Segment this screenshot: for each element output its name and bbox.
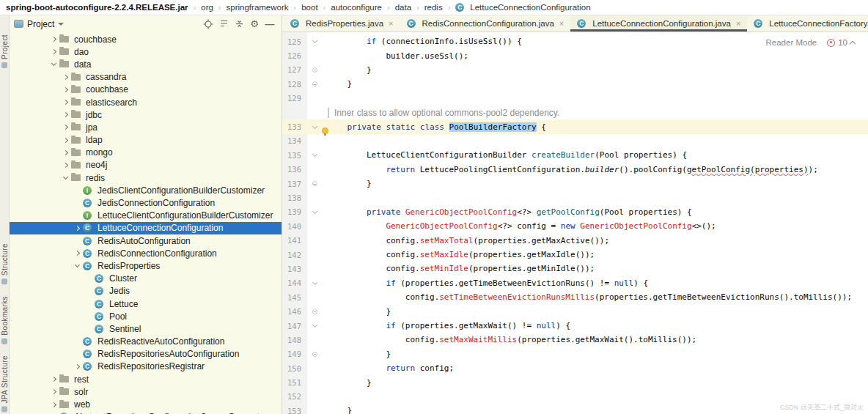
breadcrumb-item[interactable]: redis [424,3,443,12]
inspections-widget[interactable]: 10 [827,38,855,47]
code-line-150[interactable]: 150return config; [282,361,868,375]
chevron-right-icon[interactable] [48,37,59,41]
tree-item-dao[interactable]: dao [10,45,282,58]
chevron-right-icon[interactable] [59,163,71,167]
tree-item-Jedis[interactable]: CJedis [10,285,282,297]
tab-LettuceConnectionConfiguration.java[interactable]: CLettuceConnectionConfiguration.java× [570,15,747,32]
tree-item-RedisRepositoriesRegistrar[interactable]: CRedisRepositoriesRegistrar [10,361,282,373]
code-line-143[interactable]: 143config.setMinIdle(properties.getMinId… [282,262,868,276]
toolwindow-button-bookmarks[interactable]: Bookmarks [1,296,9,344]
tree-item-ldap[interactable]: ldap [10,134,282,147]
tree-item-jdbc[interactable]: jdbc [10,108,282,121]
code-line-126[interactable]: 126builder.useSsl(); [282,48,868,62]
chevron-up-icon[interactable] [850,40,856,46]
close-icon[interactable]: × [559,19,564,28]
code-line-136[interactable]: 136return LettucePoolingClientConfigurat… [282,163,868,177]
tree-item-RedisConnectionConfiguration[interactable]: CRedisConnectionConfiguration [10,247,282,259]
code-line-151[interactable]: 151} [282,375,868,389]
chevron-down-icon[interactable] [71,265,83,267]
code-line-134[interactable]: 134 [282,134,868,148]
code-line-141[interactable]: 141config.setMaxTotal(properties.getMaxA… [282,233,868,247]
code-line-135[interactable]: 135LettuceClientConfigurationBuilder cre… [282,148,868,162]
chevron-right-icon[interactable] [48,377,59,381]
locate-icon[interactable] [202,18,214,30]
chevron-right-icon[interactable] [48,403,59,407]
fold-marker-icon[interactable] [312,322,317,328]
tree-item-Sentinel[interactable]: CSentinel [10,322,282,335]
fold-marker-icon[interactable] [312,152,317,157]
chevron-right-icon[interactable] [59,75,71,79]
tree-item-LettuceConnectionConfiguration[interactable]: CLettuceConnectionConfiguration [10,222,282,234]
toolwindow-button-structure[interactable]: Structure [1,243,9,284]
chevron-down-icon[interactable] [59,177,71,179]
fold-marker-icon[interactable] [312,38,317,43]
tree-item-RedisAutoConfiguration[interactable]: CRedisAutoConfiguration [10,234,282,247]
code-line-128[interactable]: 128} [282,77,868,91]
hide-panel-icon[interactable]: — [264,18,276,30]
code-line-145[interactable]: 145config.setTimeBetweenEvictionRunsMill… [282,290,868,304]
code-line-148[interactable]: 148config.setMaxWaitMillis(properties.ge… [282,333,868,347]
tree-item-data[interactable]: data [10,58,282,70]
project-panel-title[interactable]: Project [27,19,54,29]
tree-item-Cluster[interactable]: CCluster [10,273,282,285]
tab-RedisConnectionConfiguration.java[interactable]: CRedisConnectionConfiguration.java× [400,15,571,32]
breadcrumb-item[interactable]: CLettuceConnectionConfiguration [455,3,590,12]
code-line-144[interactable]: 144if (properties.getTimeBetweenEviction… [282,276,868,290]
code-line-139[interactable]: 139private GenericObjectPoolConfig<?> ge… [282,205,868,219]
chevron-right-icon[interactable] [48,50,59,53]
close-icon[interactable]: × [389,19,393,28]
chevron-down-icon[interactable] [58,23,64,26]
fold-marker-icon[interactable] [312,280,317,285]
tree-item-mongo[interactable]: mongo [10,147,282,159]
code-line-149[interactable]: 149} [282,347,868,361]
breadcrumb-item[interactable]: data [395,3,411,12]
collapse-all-icon[interactable] [233,18,245,30]
chevron-right-icon[interactable] [59,100,71,104]
toolwindow-button-project[interactable]: Project [1,34,9,68]
chevron-right-icon[interactable] [71,226,83,230]
tree-item-JedisClientConfigurationBuilderCustomizer[interactable]: IJedisClientConfigurationBuilderCustomiz… [10,184,282,196]
chevron-right-icon[interactable] [71,365,83,369]
code-line-138[interactable]: 138 [282,191,868,204]
fold-marker-icon[interactable] [312,81,317,86]
settings-gear-icon[interactable]: ⚙ [249,18,260,30]
tree-item-cassandra[interactable]: cassandra [10,71,282,84]
breadcrumb-item[interactable]: spring-boot-autoconfigure-2.2.4.RELEASE.… [6,3,188,12]
chevron-right-icon[interactable] [71,251,83,255]
tree-item-redis[interactable]: redis [10,171,282,184]
expand-all-icon[interactable] [218,18,229,30]
code-editor[interactable]: 125if (connectionInfo.isUseSsl()) {126bu… [282,32,868,414]
chevron-right-icon[interactable] [59,138,71,142]
chevron-down-icon[interactable] [48,63,59,65]
breadcrumb-item[interactable]: springframework [227,3,289,12]
tree-item-web[interactable]: web [10,398,282,410]
tree-item-elasticsearch[interactable]: elasticsearch [10,96,282,108]
tab-RedisProperties.java[interactable]: CRedisProperties.java× [284,15,400,32]
chevron-right-icon[interactable] [59,151,71,155]
close-icon[interactable]: × [736,19,740,28]
tree-item-RedisRepositoriesAutoConfiguration[interactable]: CRedisRepositoriesAutoConfiguration [10,348,282,361]
chevron-right-icon[interactable] [59,113,71,117]
breadcrumb-item[interactable]: boot [301,3,317,12]
chevron-right-icon[interactable] [48,390,59,393]
code-line-146[interactable]: 146} [282,304,868,318]
tree-item-solr[interactable]: solr [10,385,282,398]
code-line-129[interactable]: 129 [282,92,868,106]
fold-marker-icon[interactable] [312,181,317,186]
tree-item-AbstractRepositoryConfigurationSourceSupport[interactable]: CAbstractRepositoryConfigurationSourceSu… [10,411,282,414]
chevron-right-icon[interactable] [59,88,71,92]
toolwindow-button-jpa-structure[interactable]: JPA Structure [1,355,9,413]
fold-marker-icon[interactable] [312,123,317,128]
breadcrumb-item[interactable]: org [201,3,213,12]
tree-item-couchbase[interactable]: couchbase [10,84,282,96]
breadcrumb-item[interactable]: autoconfigure [331,3,382,12]
code-line-140[interactable]: 140GenericObjectPoolConfig<?> config = n… [282,219,868,233]
fold-marker-icon[interactable] [312,209,317,214]
tree-item-RedisProperties[interactable]: CRedisProperties [10,259,282,272]
code-line-137[interactable]: 137} [282,177,868,191]
tree-item-neo4j[interactable]: neo4j [10,159,282,171]
tree-item-Lettuce[interactable]: CLettuce [10,297,282,310]
intention-bulb-icon[interactable] [322,127,328,134]
fold-marker-icon[interactable] [312,309,317,314]
tree-item-Pool[interactable]: CPool [10,310,282,322]
